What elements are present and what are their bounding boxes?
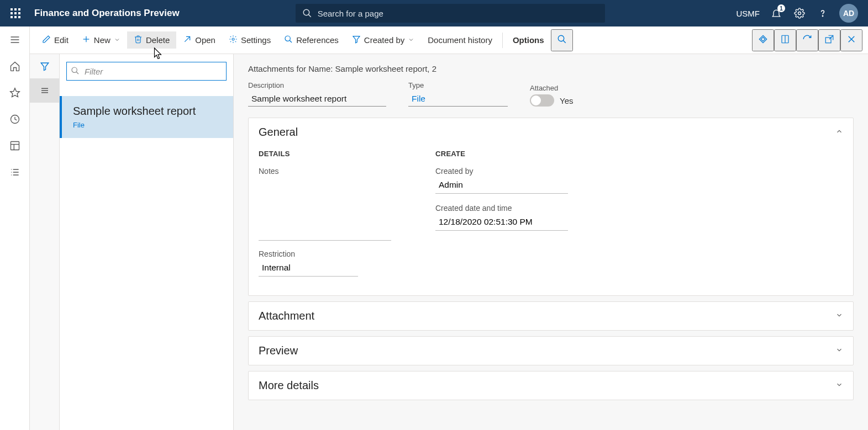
restriction-label: Restriction	[259, 249, 391, 258]
svg-rect-3	[10, 12, 13, 14]
search-icon	[557, 34, 567, 46]
document-history-button[interactable]: Document history	[421, 32, 499, 48]
section-preview-title: Preview	[259, 344, 298, 357]
svg-point-12	[822, 15, 823, 16]
svg-line-35	[563, 40, 566, 43]
book-icon	[780, 34, 790, 46]
nav-recent-icon[interactable]	[0, 106, 30, 132]
page-options-button[interactable]	[774, 29, 796, 51]
description-field[interactable]: Sample worksheet report	[248, 92, 386, 107]
section-attachment-header[interactable]: Attachment	[249, 302, 853, 330]
search-icon	[302, 8, 312, 20]
filter-icon	[352, 35, 361, 45]
list-item-title: Sample worksheet report	[73, 105, 222, 118]
svg-point-11	[798, 12, 801, 15]
global-search[interactable]	[296, 4, 605, 23]
list-item-subtitle: File	[73, 121, 222, 129]
svg-rect-4	[14, 12, 17, 14]
action-pane: Edit New Delete Open Settings	[30, 26, 868, 54]
section-general: General DETAILS Notes Restriction Intern…	[248, 118, 854, 296]
options-label: Options	[513, 35, 544, 45]
show-list-icon[interactable]	[30, 78, 60, 103]
list-item[interactable]: Sample worksheet report File	[60, 96, 233, 138]
nav-home-icon[interactable]	[0, 53, 30, 79]
refresh-button[interactable]	[796, 29, 818, 51]
search-icon	[71, 66, 80, 77]
personalize-button[interactable]	[752, 29, 774, 51]
trash-icon	[134, 35, 143, 45]
svg-rect-1	[14, 8, 17, 10]
help-icon[interactable]	[816, 7, 829, 20]
divider	[502, 33, 503, 48]
svg-line-29	[185, 36, 190, 41]
nav-favorites-icon[interactable]	[0, 79, 30, 106]
settings-label: Settings	[241, 35, 271, 45]
open-arrow-icon	[183, 35, 192, 45]
pencil-icon	[42, 35, 51, 45]
breadcrumb: Attachments for Name: Sample worksheet r…	[248, 64, 854, 73]
created-by-field[interactable]: Admin	[435, 178, 568, 194]
svg-line-32	[290, 40, 292, 43]
references-button[interactable]: References	[277, 31, 345, 49]
close-button[interactable]	[840, 29, 862, 51]
section-general-header[interactable]: General	[249, 118, 853, 146]
settings-icon[interactable]	[793, 7, 806, 20]
new-label: New	[94, 35, 111, 45]
popout-button[interactable]	[818, 29, 840, 51]
svg-marker-37	[761, 37, 765, 41]
section-more-details-header[interactable]: More details	[249, 371, 853, 400]
attached-toggle[interactable]	[530, 94, 554, 107]
find-button[interactable]	[551, 29, 573, 51]
company-label[interactable]: USMF	[737, 9, 760, 18]
nav-rail	[0, 26, 30, 430]
options-button[interactable]: Options	[506, 32, 551, 48]
chevron-up-icon	[835, 128, 843, 137]
diamond-icon	[758, 34, 768, 46]
created-by-label: Created by	[364, 35, 404, 45]
list-filter-input[interactable]	[66, 62, 227, 81]
search-input[interactable]	[296, 4, 605, 23]
open-label: Open	[195, 35, 215, 45]
notifications-icon[interactable]: 1	[770, 7, 783, 20]
svg-rect-0	[10, 8, 13, 10]
new-button[interactable]: New	[75, 31, 127, 49]
svg-marker-36	[759, 35, 767, 43]
svg-line-10	[308, 14, 311, 17]
filter-strip	[30, 54, 60, 430]
edit-button[interactable]: Edit	[35, 31, 75, 49]
svg-rect-5	[18, 12, 20, 14]
nav-hamburger-icon[interactable]	[0, 26, 30, 53]
created-by-button[interactable]: Created by	[345, 31, 421, 49]
svg-marker-33	[353, 36, 360, 43]
created-dt-field[interactable]: 12/18/2020 02:51:30 PM	[435, 215, 568, 231]
type-field[interactable]: File	[408, 92, 508, 107]
svg-point-9	[303, 9, 309, 15]
settings-button[interactable]: Settings	[222, 31, 277, 49]
delete-button[interactable]: Delete	[127, 31, 176, 49]
references-label: References	[296, 35, 339, 45]
app-launcher-icon[interactable]	[4, 8, 27, 18]
open-button[interactable]: Open	[176, 31, 222, 49]
attached-value: Yes	[560, 96, 573, 105]
section-general-title: General	[259, 126, 298, 139]
svg-marker-44	[41, 63, 49, 71]
svg-point-30	[232, 38, 234, 40]
user-avatar[interactable]: AD	[839, 4, 858, 23]
section-attachment-title: Attachment	[259, 310, 314, 322]
nav-workspaces-icon[interactable]	[0, 132, 30, 159]
restriction-field[interactable]: Internal	[259, 261, 358, 277]
show-filters-icon[interactable]	[30, 54, 60, 78]
close-icon	[846, 34, 856, 46]
search-icon	[284, 35, 293, 45]
section-attachment: Attachment	[248, 301, 854, 331]
section-preview-header[interactable]: Preview	[249, 337, 853, 365]
notes-field[interactable]	[259, 178, 391, 241]
nav-modules-icon[interactable]	[0, 159, 30, 185]
attached-label: Attached	[530, 84, 573, 92]
gear-icon	[229, 35, 238, 45]
document-history-label: Document history	[428, 35, 492, 45]
app-title: Finance and Operations Preview	[34, 8, 180, 19]
plus-icon	[82, 35, 91, 45]
popout-icon	[824, 34, 834, 46]
svg-rect-8	[18, 16, 20, 18]
